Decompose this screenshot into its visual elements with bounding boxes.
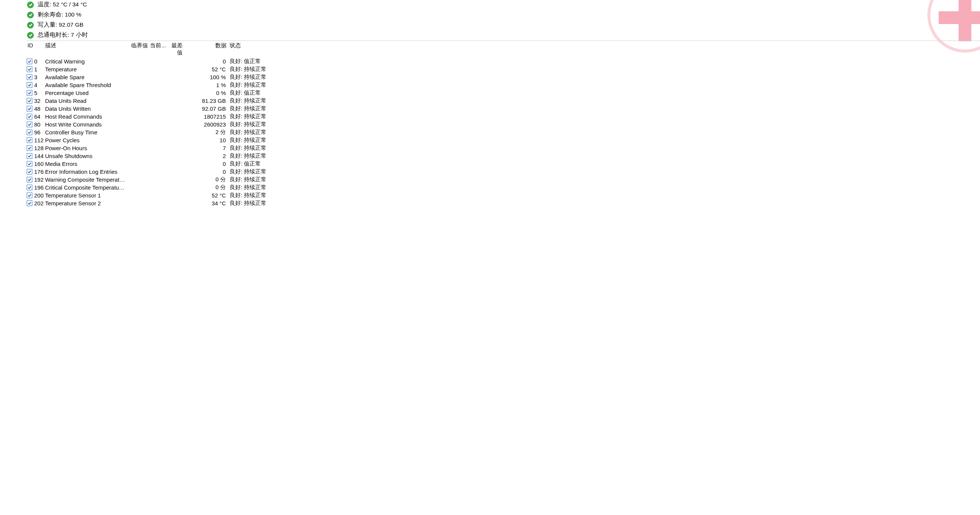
row-data-value: 2600923 — [183, 121, 227, 128]
row-data-value: 92.07 GB — [183, 106, 227, 112]
header-worst[interactable]: 最差值 — [166, 42, 183, 56]
status-label: 温度: 52 °C / 34 °C — [38, 1, 87, 9]
row-checkbox[interactable] — [27, 114, 32, 119]
row-checkbox[interactable] — [27, 177, 32, 182]
row-checkbox[interactable] — [27, 185, 32, 190]
row-checkbox[interactable] — [27, 161, 32, 166]
row-data-value: 0 — [183, 161, 227, 167]
row-id: 1 — [34, 66, 45, 73]
row-id: 3 — [34, 74, 45, 80]
row-description: Available Spare Threshold — [45, 82, 126, 88]
checkbox-cell — [27, 185, 34, 190]
row-status-text: 良好: 持续正常 — [227, 176, 266, 183]
check-circle-icon — [27, 32, 34, 39]
row-checkbox[interactable] — [27, 90, 32, 96]
table-row[interactable]: 80Host Write Commands2600923良好: 持续正常 — [27, 120, 980, 128]
row-description: Data Units Read — [45, 98, 126, 104]
table-row[interactable]: 0Critical Warning0良好: 值正常 — [27, 57, 980, 65]
row-checkbox[interactable] — [27, 59, 32, 64]
row-description: Critical Composite Temperature ... — [45, 184, 126, 191]
header-status[interactable]: 状态 — [227, 42, 241, 56]
row-checkbox[interactable] — [27, 153, 32, 159]
row-data-value: 1 % — [183, 82, 227, 88]
table-row[interactable]: 202Temperature Sensor 234 °C良好: 持续正常 — [27, 199, 980, 207]
table-row[interactable]: 4Available Spare Threshold1 %良好: 持续正常 — [27, 81, 980, 89]
table-row[interactable]: 3Available Spare100 %良好: 持续正常 — [27, 73, 980, 81]
table-row[interactable]: 112Power Cycles10良好: 持续正常 — [27, 136, 980, 144]
checkbox-cell — [27, 74, 34, 80]
row-checkbox[interactable] — [27, 193, 32, 198]
status-item: 温度: 52 °C / 34 °C — [27, 1, 980, 9]
row-status-text: 良好: 持续正常 — [227, 81, 266, 89]
header-current[interactable]: 当前... — [148, 42, 166, 56]
row-status-text: 良好: 持续正常 — [227, 105, 266, 112]
table-row[interactable]: 5Percentage Used0 %良好: 值正常 — [27, 89, 980, 97]
table-row[interactable]: 176Error Information Log Entries0良好: 持续正… — [27, 168, 980, 176]
row-checkbox[interactable] — [27, 98, 32, 104]
table-header-row: ID 描述 临界值 当前... 最差值 数据 状态 — [27, 41, 980, 57]
row-data-value: 81.23 GB — [183, 98, 227, 104]
row-checkbox[interactable] — [27, 106, 32, 111]
header-id[interactable]: ID — [27, 42, 45, 56]
row-data-value: 1807215 — [183, 113, 227, 120]
row-id: 128 — [34, 145, 45, 151]
checkbox-cell — [27, 106, 34, 111]
main-panel: 温度: 52 °C / 34 °C剩余寿命: 100 %写入量: 92.07 G… — [0, 0, 980, 207]
table-row[interactable]: 1Temperature52 °C良好: 持续正常 — [27, 65, 980, 73]
checkbox-cell — [27, 98, 34, 104]
row-id: 196 — [34, 184, 45, 191]
row-id: 202 — [34, 200, 45, 206]
row-status-text: 良好: 持续正常 — [227, 184, 266, 191]
checkbox-cell — [27, 114, 34, 119]
row-checkbox[interactable] — [27, 169, 32, 174]
row-status-text: 良好: 持续正常 — [227, 113, 266, 120]
table-row[interactable]: 48Data Units Written92.07 GB良好: 持续正常 — [27, 105, 980, 113]
table-row[interactable]: 96Controller Busy Time2 分良好: 持续正常 — [27, 128, 980, 136]
row-id: 48 — [34, 106, 45, 112]
row-id: 0 — [34, 58, 45, 65]
row-data-value: 100 % — [183, 74, 227, 80]
row-status-text: 良好: 持续正常 — [227, 66, 266, 73]
table-row[interactable]: 192Warning Composite Temperatur...0 分良好:… — [27, 176, 980, 184]
row-checkbox[interactable] — [27, 130, 32, 135]
row-checkbox[interactable] — [27, 122, 32, 127]
header-description[interactable]: 描述 — [45, 42, 126, 56]
row-id: 160 — [34, 161, 45, 167]
table-row[interactable]: 144Unsafe Shutdowns2良好: 持续正常 — [27, 152, 980, 160]
row-status-text: 良好: 持续正常 — [227, 74, 266, 81]
row-data-value: 52 °C — [183, 192, 227, 198]
row-checkbox[interactable] — [27, 82, 32, 88]
row-description: Unsafe Shutdowns — [45, 153, 126, 159]
row-checkbox[interactable] — [27, 67, 32, 72]
row-data-value: 7 — [183, 145, 227, 151]
row-description: Host Read Commands — [45, 113, 126, 120]
row-checkbox[interactable] — [27, 200, 32, 206]
checkbox-cell — [27, 161, 34, 166]
check-circle-icon — [27, 22, 34, 29]
checkbox-cell — [27, 193, 34, 198]
table-row[interactable]: 128Power-On Hours7良好: 持续正常 — [27, 144, 980, 152]
row-data-value: 0 分 — [183, 176, 227, 183]
table-row[interactable]: 160Media Errors0良好: 值正常 — [27, 160, 980, 168]
row-checkbox[interactable] — [27, 137, 32, 143]
checkbox-cell — [27, 145, 34, 151]
table-row[interactable]: 32Data Units Read81.23 GB良好: 持续正常 — [27, 97, 980, 105]
row-description: Available Spare — [45, 74, 126, 80]
header-data[interactable]: 数据 — [183, 42, 227, 56]
row-id: 80 — [34, 121, 45, 128]
table-row[interactable]: 200Temperature Sensor 152 °C良好: 持续正常 — [27, 192, 980, 199]
check-circle-icon — [27, 12, 34, 18]
row-status-text: 良好: 持续正常 — [227, 121, 266, 128]
row-status-text: 良好: 持续正常 — [227, 144, 266, 152]
checkbox-cell — [27, 137, 34, 143]
status-item: 写入量: 92.07 GB — [27, 21, 980, 29]
row-description: Power-On Hours — [45, 145, 126, 151]
row-description: Data Units Written — [45, 106, 126, 112]
row-checkbox[interactable] — [27, 74, 32, 80]
row-id: 4 — [34, 82, 45, 88]
row-checkbox[interactable] — [27, 145, 32, 151]
header-threshold[interactable]: 临界值 — [126, 42, 148, 56]
table-row[interactable]: 196Critical Composite Temperature ...0 分… — [27, 184, 980, 192]
table-row[interactable]: 64Host Read Commands1807215良好: 持续正常 — [27, 113, 980, 120]
row-data-value: 10 — [183, 137, 227, 143]
